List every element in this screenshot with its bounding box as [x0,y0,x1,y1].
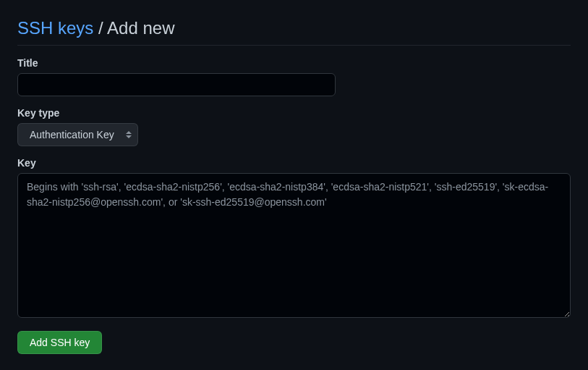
page-header: SSH keys / Add new [17,17,571,46]
breadcrumb-link-ssh-keys[interactable]: SSH keys [17,18,93,38]
breadcrumb-separator: / [93,18,107,38]
breadcrumb-current: Add new [107,18,174,38]
form-group-key: Key [17,157,571,320]
key-type-select[interactable]: Authentication Key [17,123,138,146]
title-label: Title [17,57,571,69]
title-input[interactable] [17,73,336,96]
key-textarea[interactable] [17,173,571,318]
updown-icon [126,131,132,138]
key-label: Key [17,157,571,169]
form-group-key-type: Key type Authentication Key [17,107,571,146]
breadcrumb: SSH keys / Add new [17,17,571,39]
add-ssh-key-button[interactable]: Add SSH key [17,331,102,354]
key-type-label: Key type [17,107,571,119]
key-type-selected-value: Authentication Key [30,127,114,142]
form-group-title: Title [17,57,571,96]
